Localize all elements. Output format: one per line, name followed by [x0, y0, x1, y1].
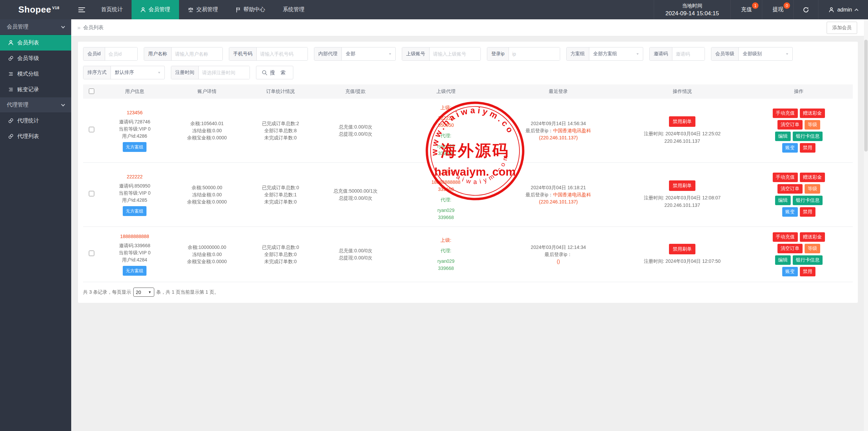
login-ip-input[interactable]: [509, 47, 560, 60]
bank-card-info-button[interactable]: 银行卡信息: [793, 255, 823, 265]
edit-button[interactable]: 编辑: [775, 132, 791, 141]
select-all-checkbox[interactable]: [89, 89, 94, 94]
pagination-prefix: 共 3 条记录，每页显示: [83, 289, 131, 295]
account-change-button[interactable]: 账变: [782, 267, 798, 276]
username-link[interactable]: 222222: [101, 173, 168, 180]
last-login-cell: 2024年03月04日 12:14:34 最后登录ip： (): [497, 227, 619, 282]
filter-phone: 手机号码: [229, 47, 308, 61]
search-icon: [262, 70, 268, 76]
col-user-info: 用户信息: [100, 84, 169, 99]
chevron-up-icon: [854, 8, 858, 12]
last-login-ip-label: 最后登录ip：: [526, 128, 553, 133]
sidebar-item-member-level[interactable]: 会员等级: [0, 51, 71, 66]
parent-label: 上级:: [396, 104, 496, 111]
parent-code: 850950: [396, 122, 496, 129]
brand-logo: ShopeeV18: [0, 0, 71, 19]
scrollbar[interactable]: [864, 19, 868, 431]
yuebao-amount: 余额宝金额:0.0000: [171, 258, 243, 265]
edit-button[interactable]: 编辑: [775, 255, 791, 265]
per-page-select[interactable]: 20 ▼: [133, 288, 154, 297]
link-icon: [8, 118, 14, 123]
ban-brush-order-badge[interactable]: 禁用刷单: [669, 244, 695, 254]
row-checkbox[interactable]: [89, 251, 94, 256]
upline-agent-cell: 上级: 18888888888 339668 代理: ryan029 33966…: [395, 163, 497, 227]
clear-orders-button[interactable]: 清空订单: [777, 120, 803, 130]
filter-plan-group: 方案组 全部方案组 ▼: [566, 47, 643, 61]
username-input[interactable]: [172, 47, 222, 60]
row-checkbox[interactable]: [89, 127, 94, 132]
plan-group-select[interactable]: 全部方案组 ▼: [589, 47, 643, 60]
total-recharge: 总充值:50000.00/1次: [318, 188, 394, 195]
plan-group-badge[interactable]: 无方案组: [123, 142, 146, 152]
col-account-detail: 账户详情: [169, 84, 244, 99]
account-change-button[interactable]: 账变: [782, 207, 798, 217]
invite-code-input[interactable]: [672, 47, 705, 60]
sidebar-item-mode-group[interactable]: 模式分组: [0, 66, 71, 82]
search-button[interactable]: 搜 索: [256, 66, 293, 79]
plan-group-badge[interactable]: 无方案组: [123, 266, 146, 276]
phone-input[interactable]: [257, 47, 308, 60]
recharge-badge: 1: [752, 2, 758, 9]
username-link[interactable]: 123456: [101, 109, 168, 116]
account-change-button[interactable]: 账变: [782, 143, 798, 153]
edit-button[interactable]: 编辑: [775, 196, 791, 205]
sidebar-group-agent-management[interactable]: 代理管理: [0, 97, 71, 113]
level-button[interactable]: 等级: [805, 244, 820, 253]
manual-recharge-button[interactable]: 手动充值: [773, 232, 798, 242]
last-login-ip: (): [498, 258, 618, 265]
nav-item-member-management[interactable]: 会员管理: [132, 0, 179, 19]
local-time-value: 2024-09-14 15:04:15: [666, 10, 719, 17]
parent-label: 上级:: [396, 168, 496, 175]
sidebar-item-account-change-log[interactable]: 账变记录: [0, 82, 71, 97]
disable-button[interactable]: 禁用: [800, 267, 815, 276]
sidebar-group-member-management[interactable]: 会员管理: [0, 19, 71, 35]
level-button[interactable]: 等级: [805, 120, 820, 130]
gift-bonus-button[interactable]: 赠送彩金: [800, 109, 825, 118]
add-member-button[interactable]: 添加会员: [827, 22, 857, 34]
recharge-link[interactable]: 充值 1: [730, 0, 762, 19]
nav-item-home-stats[interactable]: 首页统计: [92, 0, 132, 19]
reg-time-input[interactable]: [199, 66, 250, 79]
internal-agent-select[interactable]: 全部 ▼: [342, 47, 395, 60]
level-button[interactable]: 等级: [805, 184, 820, 194]
invite-code: 邀请码:339668: [101, 242, 168, 249]
plan-group-badge[interactable]: 无方案组: [123, 206, 146, 216]
gift-bonus-button[interactable]: 赠送彩金: [800, 173, 825, 182]
member-level-select[interactable]: 全部级别 ▼: [739, 47, 792, 60]
gift-bonus-button[interactable]: 赠送彩金: [800, 232, 825, 242]
clear-orders-button[interactable]: 清空订单: [777, 184, 803, 194]
bank-card-info-button[interactable]: 银行卡信息: [793, 132, 823, 141]
manual-recharge-button[interactable]: 手动充值: [773, 109, 798, 118]
row-checkbox[interactable]: [89, 191, 94, 196]
refresh-button[interactable]: [793, 0, 818, 19]
parent-account-input[interactable]: [430, 47, 480, 60]
nav-item-trade-management[interactable]: 交易管理: [179, 0, 227, 19]
account-detail-cell: 余额:50000.00 冻结金额:0.00 余额宝金额:0.0000: [169, 163, 244, 227]
ban-brush-order-badge[interactable]: 禁用刷单: [669, 180, 695, 191]
withdraw-link[interactable]: 提现 0: [762, 0, 793, 19]
selected-value: 默认排序: [115, 70, 134, 76]
clear-orders-button[interactable]: 清空订单: [777, 244, 803, 253]
total-withdraw: 总提现:0.00/0次: [318, 195, 394, 202]
disable-button[interactable]: 禁用: [800, 143, 815, 153]
manual-recharge-button[interactable]: 手动充值: [773, 173, 798, 182]
filter-label: 登录ip: [487, 47, 509, 60]
sidebar-toggle-button[interactable]: [71, 0, 92, 19]
ban-brush-order-badge[interactable]: 禁用刷单: [669, 116, 695, 127]
operation-status-cell: 禁用刷单 注册时间: 2024年03月04日 12:08:07 220.246.…: [619, 163, 745, 227]
sort-select[interactable]: 默认排序 ▼: [111, 66, 164, 79]
scrollbar-thumb[interactable]: [864, 40, 868, 152]
bank-card-info-button[interactable]: 银行卡信息: [793, 196, 823, 205]
disable-button[interactable]: 禁用: [800, 207, 815, 217]
username-link[interactable]: 18888888888: [101, 233, 168, 240]
sidebar-item-agent-list[interactable]: 代理列表: [0, 129, 71, 144]
breadcrumb-bar: » 会员列表 添加会员: [71, 19, 868, 36]
nav-item-help-center[interactable]: 帮助中心: [227, 0, 274, 19]
total-recharge: 总充值:0.00/0次: [318, 123, 394, 131]
nav-item-system-management[interactable]: 系统管理: [274, 0, 313, 19]
balance: 余额:105640.01: [171, 120, 243, 127]
sidebar-item-member-list[interactable]: 会员列表: [0, 35, 71, 51]
user-menu[interactable]: admin: [818, 0, 868, 19]
sidebar-item-agent-stats[interactable]: 代理统计: [0, 113, 71, 129]
member-id-input[interactable]: [105, 47, 137, 60]
